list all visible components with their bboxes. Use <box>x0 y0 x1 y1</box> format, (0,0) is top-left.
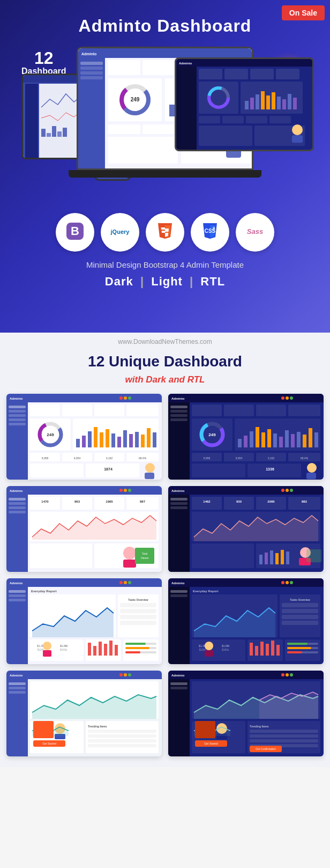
svg-text:9,958: 9,958 <box>204 457 211 460</box>
svg-rect-330 <box>205 650 213 657</box>
svg-rect-250 <box>286 551 289 564</box>
dashboard-thumb-1[interactable]: Adminto 249 <box>6 394 162 480</box>
svg-rect-236 <box>288 497 320 510</box>
svg-point-102 <box>124 396 127 400</box>
svg-rect-179 <box>303 435 306 447</box>
svg-rect-148 <box>168 394 324 402</box>
svg-rect-172 <box>261 432 265 447</box>
svg-rect-110 <box>30 404 60 416</box>
svg-rect-180 <box>309 428 312 447</box>
svg-rect-6 <box>41 129 46 137</box>
dashboard-thumb-3[interactable]: Adminto 1470 963 1965 887 <box>6 486 162 572</box>
svg-point-101 <box>119 396 123 400</box>
svg-rect-317 <box>260 642 264 656</box>
svg-rect-47 <box>108 124 140 134</box>
svg-point-150 <box>281 396 284 400</box>
svg-rect-108 <box>9 418 26 421</box>
svg-text:Get Started: Get Started <box>42 742 56 745</box>
svg-rect-62 <box>276 69 299 79</box>
dashboard-thumb-2[interactable]: Adminto 249 <box>168 394 324 480</box>
svg-rect-320 <box>276 645 280 656</box>
svg-rect-120 <box>76 439 80 447</box>
svg-point-226 <box>281 489 284 492</box>
svg-rect-291 <box>43 650 51 657</box>
svg-rect-302 <box>170 594 188 597</box>
svg-rect-113 <box>126 404 159 416</box>
svg-text:Tasks Overview: Tasks Overview <box>290 598 310 601</box>
svg-rect-353 <box>88 744 156 747</box>
svg-rect-206 <box>30 497 60 510</box>
html5-icon <box>155 221 175 243</box>
svg-rect-181 <box>314 432 318 447</box>
svg-rect-73 <box>272 92 275 109</box>
svg-rect-272 <box>120 621 156 625</box>
dashboard-thumb-8[interactable]: Adminto Get <box>168 671 324 756</box>
svg-rect-170 <box>250 431 253 447</box>
svg-rect-234 <box>224 497 254 510</box>
dashboard-thumb-4[interactable]: Adminto 1462 930 2095 882 <box>168 486 324 572</box>
svg-rect-177 <box>291 434 295 447</box>
svg-rect-235 <box>256 497 286 510</box>
svg-point-103 <box>128 396 131 400</box>
svg-text:Trending Items: Trending Items <box>250 725 269 728</box>
svg-rect-175 <box>279 437 283 447</box>
svg-point-151 <box>286 396 289 400</box>
svg-rect-231 <box>170 502 188 505</box>
svg-rect-133 <box>153 432 156 447</box>
svg-rect-219 <box>123 560 136 568</box>
svg-rect-76 <box>288 94 291 109</box>
svg-rect-263 <box>9 599 26 601</box>
svg-rect-280 <box>109 641 112 656</box>
svg-rect-186 <box>192 464 245 477</box>
svg-rect-24 <box>80 67 103 70</box>
svg-rect-270 <box>120 609 156 613</box>
svg-text:Everyday Report: Everyday Report <box>193 590 219 593</box>
svg-rect-69 <box>250 98 254 109</box>
tablet-mockup <box>21 73 86 159</box>
svg-rect-341 <box>9 687 26 689</box>
dashboard-thumb-7[interactable]: Adminto Get Started <box>6 671 162 756</box>
svg-rect-85 <box>292 135 303 143</box>
svg-text:Adminto: Adminto <box>10 489 23 492</box>
svg-point-188 <box>307 463 317 473</box>
dashboard-grid: Adminto 249 <box>0 394 330 756</box>
svg-text:Adminto: Adminto <box>171 674 185 677</box>
svg-text:B: B <box>71 224 79 238</box>
hero-section: On Sale Adminto Dashboard 12 Dashboard E… <box>0 0 330 333</box>
svg-point-298 <box>286 581 289 584</box>
svg-rect-131 <box>141 435 145 447</box>
svg-rect-156 <box>170 414 188 417</box>
svg-rect-130 <box>135 432 139 447</box>
svg-rect-319 <box>271 641 274 656</box>
svg-text:$161k: $161k <box>222 648 229 651</box>
svg-rect-187 <box>248 464 301 477</box>
svg-rect-350 <box>88 730 156 733</box>
svg-rect-139 <box>86 464 139 477</box>
svg-text:jQuery: jQuery <box>110 229 130 235</box>
svg-rect-154 <box>170 406 188 408</box>
svg-point-364 <box>290 673 293 676</box>
tech-icons-row: B jQuery <box>56 213 274 252</box>
svg-point-259 <box>128 581 131 584</box>
svg-rect-74 <box>277 97 281 109</box>
svg-rect-360 <box>168 671 324 679</box>
svg-text:$1.6M: $1.6M <box>60 644 68 648</box>
svg-rect-224 <box>168 486 324 495</box>
svg-text:3: 3 <box>213 226 215 231</box>
svg-text:9,654: 9,654 <box>74 457 81 460</box>
svg-rect-246 <box>265 553 268 564</box>
svg-rect-243 <box>192 543 254 568</box>
svg-text:8,958: 8,958 <box>42 457 49 460</box>
svg-rect-7 <box>47 133 51 137</box>
svg-text:Get Started: Get Started <box>204 742 218 745</box>
dashboard-thumb-6[interactable]: Adminto Everyday Report Tasks Overview <box>168 578 324 664</box>
svg-rect-201 <box>6 495 28 572</box>
svg-rect-71 <box>261 91 265 109</box>
svg-text:249: 249 <box>47 432 54 437</box>
dashboard-thumb-5[interactable]: Adminto Everyday Report Tasks Overview <box>6 578 162 664</box>
svg-rect-196 <box>6 486 162 495</box>
svg-rect-351 <box>88 734 156 738</box>
svg-text:1462: 1462 <box>203 500 211 503</box>
svg-rect-138 <box>30 464 84 477</box>
rtl-mode-label: RTL <box>200 275 225 288</box>
